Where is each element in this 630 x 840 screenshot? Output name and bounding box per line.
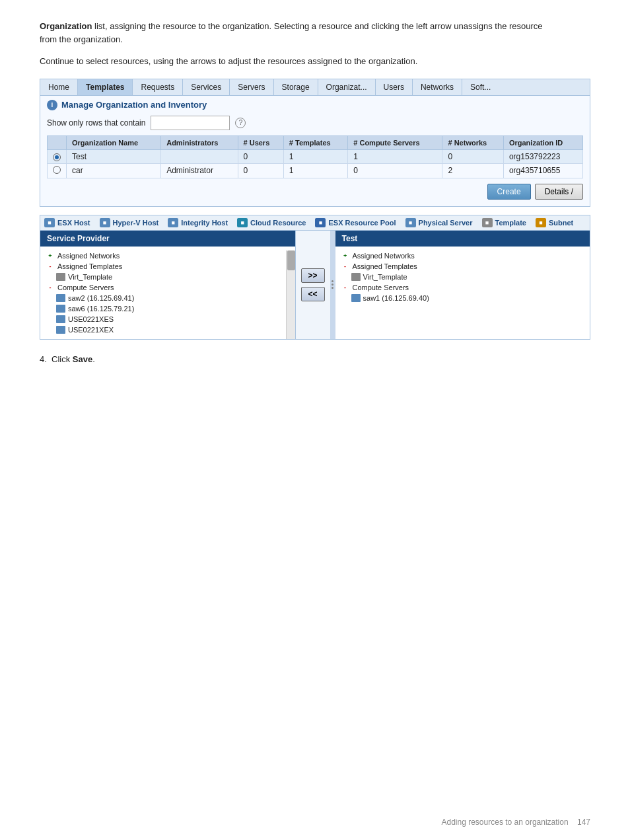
tree-item[interactable]: - Assigned Templates [341,261,585,272]
server-icon [56,326,65,334]
nav-item-soft[interactable]: Soft... [462,79,499,95]
nav-item-home[interactable]: Home [40,79,78,95]
resource-tab-template[interactable]: ■ Template [482,218,526,227]
compute-cell: 0 [348,163,442,178]
template-label: Virt_Template [363,273,407,281]
nav-item-requests[interactable]: Requests [133,79,183,95]
tree-item[interactable]: saw2 (16.125.69.41) [46,293,290,303]
th-admins: Administrators [161,135,238,149]
forward-arrow-button[interactable]: >> [301,268,325,283]
tree-item[interactable]: Virt_Template [46,272,290,282]
tree-item[interactable]: + Assigned Networks [341,250,585,261]
tree-item[interactable]: + Assigned Networks [46,250,290,261]
networks-cell: 2 [442,163,503,178]
tree-item[interactable]: USE0221XES [46,314,290,325]
nav-item-users[interactable]: Users [376,79,413,95]
tab-label: Integrity Host [181,219,228,227]
nav-item-services[interactable]: Services [183,79,230,95]
step-4: 4. Click Save. [40,353,590,366]
collapse-icon[interactable]: - [341,284,350,291]
server-label: USE0221XEX [68,326,114,334]
category-label: Assigned Networks [57,252,120,260]
arrow-buttons: >> << [296,231,330,339]
nav-item-organizat[interactable]: Organizat... [318,79,376,95]
tree-item[interactable]: saw6 (16.125.79.21) [46,303,290,314]
filter-input[interactable] [151,116,230,130]
resource-tab-physicalserver[interactable]: ■ Physical Server [405,218,473,227]
server-label: saw6 (16.125.79.21) [68,305,134,313]
collapse-icon[interactable]: - [46,262,55,270]
resource-tab-esxresourcepool[interactable]: ■ ESX Resource Pool [315,218,396,227]
th-users: # Users [238,135,283,149]
left-transfer-panel: Service Provider + Assigned Networks - A… [40,231,296,339]
intro-bold-1: Organization [40,21,92,31]
scrollbar[interactable] [286,250,295,339]
tab-label: Physical Server [419,219,473,227]
panel-title-row: i Manage Organization and Inventory [47,100,583,110]
category-label: Assigned Templates [57,262,122,270]
step-bold: Save [73,354,92,364]
details-button[interactable]: Details / [535,184,583,200]
pool-icon: ■ [315,218,326,227]
orgid-cell: org435710655 [503,163,582,178]
users-cell: 0 [238,163,283,178]
tab-label: Cloud Resource [250,219,306,227]
divider-dot [332,287,333,289]
table-row[interactable]: car Administrator 0 1 0 2 org435710655 [48,163,583,178]
help-icon[interactable]: ? [235,118,246,128]
tree-item[interactable]: - Compute Servers [46,282,290,293]
resource-tab-cloudresource[interactable]: ■ Cloud Resource [237,218,306,227]
org-name-cell: car [67,163,161,178]
tree-item[interactable]: saw1 (16.125.69.40) [341,293,585,303]
resource-tab-subnet[interactable]: ■ Subnet [536,218,573,227]
tab-label: ESX Host [57,219,90,227]
transfer-area: Service Provider + Assigned Networks - A… [40,231,590,339]
server-icon: ■ [100,218,110,227]
collapse-icon[interactable]: - [341,262,350,270]
radio-cell[interactable] [48,163,67,178]
template-icon [351,273,361,281]
admins-cell [161,149,238,163]
th-compute: # Compute Servers [348,135,442,149]
tree-item[interactable]: - Compute Servers [341,282,585,293]
expand-icon[interactable]: + [341,252,350,260]
manage-panel: i Manage Organization and Inventory Show… [40,96,590,207]
create-button[interactable]: Create [487,184,531,200]
back-arrow-button[interactable]: << [301,287,325,301]
tab-label: Subnet [549,219,573,227]
intro-paragraph-1: Organization list, assigning the resourc… [40,20,555,46]
resource-tab-integrityhost[interactable]: ■ Integrity Host [168,218,228,227]
scroll-thumb [287,250,295,270]
step-text: Click [52,354,73,364]
nav-item-templates[interactable]: Templates [78,79,133,95]
nav-item-networks[interactable]: Networks [413,79,462,95]
server-label: saw2 (16.125.69.41) [68,294,134,302]
users-cell: 0 [238,149,283,163]
subnet-icon: ■ [536,218,546,227]
admins-cell: Administrator [161,163,238,178]
nav-item-servers[interactable]: Servers [230,79,273,95]
resource-tab-esxhost[interactable]: ■ ESX Host [44,218,90,227]
resource-tab-hypervhost[interactable]: ■ Hyper-V Host [100,218,159,227]
tree-item[interactable]: Virt_Template [341,272,585,282]
server-icon: ■ [168,218,178,227]
category-label: Assigned Networks [353,252,415,260]
radio-cell[interactable] [48,149,67,163]
radio-button[interactable] [53,166,61,174]
expand-icon[interactable]: + [46,252,55,260]
tree-item[interactable]: USE0221XEX [46,325,290,335]
th-orgid: Organization ID [503,135,582,149]
right-panel-body: + Assigned Networks - Assigned Templates… [335,247,590,307]
table-row[interactable]: Test 0 1 1 0 org153792223 [48,149,583,163]
collapse-icon[interactable]: - [46,284,55,291]
cloud-icon: ■ [237,218,248,227]
org-table: Organization Name Administrators # Users… [47,135,583,178]
intro-rest-1: list, assigning the resource to the orga… [40,21,543,44]
server-icon [56,315,65,323]
nav-item-storage[interactable]: Storage [274,79,318,95]
radio-button[interactable] [53,153,61,161]
template-label: Virt_Template [68,273,112,281]
tree-item[interactable]: - Assigned Templates [46,261,290,272]
navigation-bar: HomeTemplatesRequestsServicesServersStor… [40,79,590,96]
templates-cell: 1 [283,149,347,163]
